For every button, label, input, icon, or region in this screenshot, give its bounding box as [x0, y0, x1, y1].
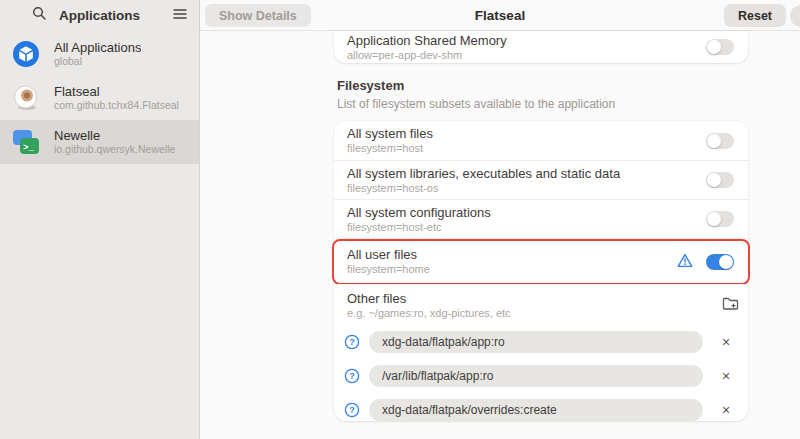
filesystem-host-os-toggle[interactable] [706, 172, 734, 188]
other-files-row: Other files e.g. ~/games:ro, xdg-picture… [334, 284, 748, 322]
toggle-knob [707, 40, 721, 54]
app-name: All Applications [54, 40, 141, 55]
close-icon: × [722, 334, 730, 350]
window-title: Flatseal [200, 8, 800, 23]
permissions-panel: Application Shared Memory allow=per-app-… [200, 31, 800, 439]
close-icon: × [722, 368, 730, 384]
permission-subtitle: filesystem=host-etc [347, 221, 748, 234]
app-id: global [54, 55, 141, 68]
app-id: io.github.qwersyk.Newelle [54, 143, 175, 156]
filesystem-entry-row: ? × [334, 365, 748, 387]
remove-entry-button[interactable]: × [718, 366, 734, 386]
filesystem-section-description: List of filesystem subsets available to … [337, 97, 615, 111]
filesystem-card: All system files filesystem=host All sys… [334, 121, 748, 421]
permission-row-shared-memory: Application Shared Memory allow=per-app-… [334, 31, 748, 63]
applications-sidebar: Applications All Applicatio [0, 0, 200, 439]
app-name: Flatseal [54, 84, 179, 99]
shared-memory-card: Application Shared Memory allow=per-app-… [334, 31, 748, 63]
sidebar-item-text: Newelle io.github.qwersyk.Newelle [54, 128, 175, 156]
permission-row-all-user-files: All user files filesystem=home [334, 238, 748, 284]
warning-icon [677, 253, 693, 272]
filesystem-entry-input[interactable] [369, 365, 703, 387]
filesystem-host-etc-toggle[interactable] [706, 211, 734, 227]
toggle-knob [719, 255, 733, 269]
sidebar-item-newelle[interactable]: >_ Newelle io.github.qwersyk.Newelle [0, 120, 199, 164]
toggle-knob [707, 212, 721, 226]
add-folder-button[interactable] [720, 295, 740, 315]
sidebar-item-text: Flatseal com.github.tchx84.Flatseal [54, 84, 179, 112]
hamburger-menu-icon [173, 6, 187, 24]
svg-text:>_: >_ [23, 143, 34, 153]
permission-row-system-configurations: All system configurations filesystem=hos… [334, 199, 748, 238]
sidebar-item-flatseal[interactable]: Flatseal com.github.tchx84.Flatseal [0, 76, 199, 120]
shared-memory-toggle[interactable] [706, 39, 734, 55]
remove-entry-button[interactable]: × [718, 400, 734, 420]
remove-entry-button[interactable]: × [718, 332, 734, 352]
sidebar-header: Applications [0, 0, 199, 31]
application-list: All Applications global Flatseal com.git… [0, 32, 199, 164]
filesystem-entry-input[interactable] [369, 399, 703, 421]
app-name: Newelle [54, 128, 175, 143]
flatseal-window: Applications All Applicatio [0, 0, 800, 439]
toggle-knob [707, 134, 721, 148]
filesystem-entry-row: ? × [334, 399, 748, 421]
all-applications-icon [12, 40, 40, 68]
svg-text:?: ? [349, 405, 355, 415]
permission-row-system-libraries: All system libraries, executables and st… [334, 160, 748, 199]
reset-button[interactable]: Reset [724, 4, 786, 27]
close-icon: × [722, 402, 730, 418]
toggle-knob [707, 173, 721, 187]
sidebar-item-all-applications[interactable]: All Applications global [0, 32, 199, 76]
other-files-subtitle: e.g. ~/games:ro, xdg-pictures, etc [347, 307, 748, 320]
primary-menu-button[interactable] [790, 5, 800, 27]
filesystem-section-title: Filesystem [337, 78, 404, 93]
filesystem-home-toggle[interactable] [706, 254, 734, 270]
flatseal-app-icon [12, 84, 40, 112]
permission-subtitle: allow=per-app-dev-shm [347, 49, 748, 62]
other-files-entries: ? × ? × ? × [334, 322, 748, 421]
svg-text:?: ? [349, 371, 355, 381]
permission-subtitle: filesystem=host [347, 142, 748, 155]
filesystem-entry-input[interactable] [369, 331, 703, 353]
permission-subtitle: filesystem=host-os [347, 182, 748, 195]
help-button[interactable]: ? [344, 368, 360, 384]
permission-title: All system libraries, executables and st… [347, 166, 748, 182]
permission-title: All system configurations [347, 205, 748, 221]
help-button[interactable]: ? [344, 334, 360, 350]
permission-title: Application Shared Memory [347, 33, 748, 49]
permission-title: All system files [347, 126, 748, 142]
filesystem-host-toggle[interactable] [706, 133, 734, 149]
app-id: com.github.tchx84.Flatseal [54, 99, 179, 112]
headerbar: Show Details Flatseal Reset [200, 0, 800, 31]
svg-text:?: ? [349, 337, 355, 347]
filesystem-entry-row: ? × [334, 331, 748, 353]
sidebar-menu-button[interactable] [169, 4, 191, 26]
new-folder-icon [722, 296, 739, 315]
sidebar-item-text: All Applications global [54, 40, 141, 68]
other-files-title: Other files [347, 291, 748, 307]
newelle-app-icon: >_ [12, 128, 40, 156]
help-button[interactable]: ? [344, 402, 360, 418]
permission-row-all-system-files: All system files filesystem=host [334, 121, 748, 160]
